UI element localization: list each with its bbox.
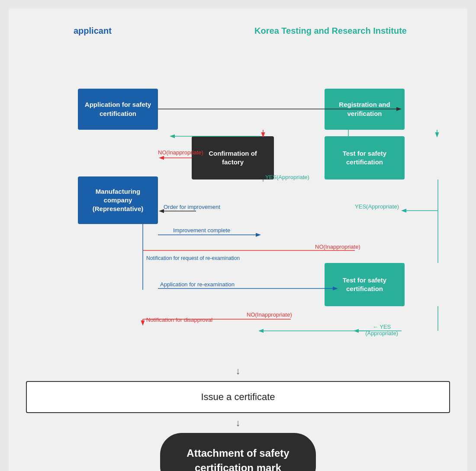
no-label-3: NO(Inappropriate) [247, 311, 292, 318]
yes-label-3: ← YES (Appropriate) [365, 324, 398, 336]
applicant-header: applicant [74, 26, 112, 36]
improvement-complete-label: Improvement complete [173, 227, 230, 234]
no-label-1: NO(Inappropriate) [158, 149, 203, 156]
no-label-2: NO(Inappropriate) [315, 244, 360, 250]
attachment-box: Attachment of safety certification mark [160, 433, 316, 471]
diagram-container: applicant Korea Testing and Research Ins… [26, 22, 450, 359]
ktri-header: Korea Testing and Research Institute [254, 26, 407, 36]
notification-reexam-label: Notification for request of re-examinati… [146, 255, 240, 261]
confirmation-box: Confirmation of factory [192, 136, 274, 179]
manufacturing-box: Manufacturing company (Representative) [78, 176, 158, 224]
yes-label-1: YES(Appropriate) [265, 174, 309, 180]
order-improvement-label: Order for improvement [164, 204, 220, 210]
application-box: Application for safety certification [78, 89, 158, 130]
registration-box: Registration and verification [325, 89, 405, 130]
issue-certificate-box: Issue a certificate [26, 381, 450, 413]
bottom-arrow-2: ↓ [26, 417, 450, 429]
test1-box: Test for safety certification [325, 136, 405, 179]
yes-label-2: YES(Appropriate) [355, 203, 399, 210]
application-reexam-label: Application for re-examination [160, 281, 235, 288]
test2-box: Test for safety certification [325, 263, 405, 306]
notification-disapproval-label: Notification for disapproval [146, 317, 212, 323]
bottom-arrow-1: ↓ [26, 365, 450, 377]
page-wrapper: applicant Korea Testing and Research Ins… [9, 9, 467, 471]
